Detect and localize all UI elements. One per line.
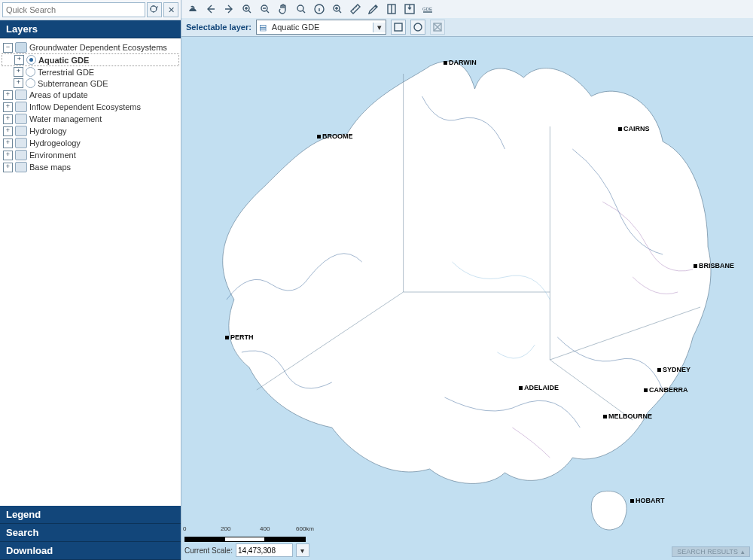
scale-bar: 0 200 400 600km	[184, 533, 305, 542]
tree-item-terrestrial-gde[interactable]: + Terrestrial GDE	[2, 66, 179, 78]
scale-tick: 400	[260, 525, 270, 532]
chevron-down-icon[interactable]: ▾	[373, 23, 386, 32]
expand-icon[interactable]: +	[14, 67, 23, 77]
svg-point-10	[414, 23, 422, 31]
city-label-perth: PERTH	[225, 333, 254, 341]
map-toolbar: GDE	[181, 0, 753, 19]
clear-selection-button[interactable]	[430, 20, 445, 35]
radio-icon[interactable]	[26, 78, 35, 88]
info-button[interactable]	[311, 1, 328, 17]
pan-button[interactable]	[275, 1, 291, 17]
tree-label: Hydrology	[29, 126, 67, 135]
expand-icon[interactable]: +	[3, 90, 13, 100]
layer-tree: − Groundwater Dependent Ecosystems + Aqu…	[0, 38, 181, 506]
city-label-hobart: HOBART	[630, 497, 665, 504]
city-label-broome: BROOME	[317, 132, 353, 140]
current-scale-input[interactable]	[236, 543, 293, 557]
next-extent-button[interactable]	[221, 1, 237, 17]
selectable-layer-bar: Selectable layer: ▤ Aquatic GDE ▾	[181, 18, 753, 37]
tree-group-water-mgmt[interactable]: + Water management	[2, 113, 179, 125]
city-label-cairns: CAIRNS	[618, 125, 650, 132]
edit-geometry-button[interactable]	[365, 1, 382, 17]
prev-extent-button[interactable]	[203, 1, 219, 17]
panel-header-download[interactable]: Download	[0, 542, 181, 560]
city-label-adelaide: ADELAIDE	[519, 384, 559, 391]
tree-label: Inflow Dependent Ecosystems	[29, 102, 141, 111]
zoom-to-scale-button[interactable]	[329, 1, 346, 17]
tree-label: Hydrogeology	[29, 138, 81, 148]
expand-icon[interactable]: +	[3, 114, 13, 124]
tree-item-aquatic-gde[interactable]: + Aquatic GDE	[2, 53, 179, 66]
selectable-layer-value: Aquatic GDE	[269, 23, 373, 32]
tree-group-base-maps[interactable]: + Base maps	[2, 161, 179, 173]
tree-label: Aquatic GDE	[38, 56, 89, 65]
save-map-button[interactable]	[401, 1, 418, 17]
selectable-layer-label: Selectable layer:	[186, 23, 252, 32]
scale-tick: 0	[183, 525, 186, 532]
tree-group-inflow[interactable]: + Inflow Dependent Ecosystems	[2, 101, 179, 113]
tree-label: Environment	[29, 151, 76, 160]
expand-icon[interactable]: +	[3, 138, 13, 148]
select-rectangle-button[interactable]	[391, 20, 406, 35]
measure-button[interactable]	[347, 1, 364, 17]
folder-icon	[15, 162, 27, 172]
expand-icon[interactable]: +	[3, 126, 13, 136]
panel-header-search[interactable]: Search	[0, 524, 181, 542]
radio-selected-icon[interactable]	[26, 55, 36, 65]
collapse-icon[interactable]: −	[3, 43, 13, 53]
folder-icon	[15, 126, 27, 136]
search-results-toggle[interactable]: SEARCH RESULTS ▴	[672, 546, 750, 557]
panel-header-layers[interactable]: Layers	[0, 20, 181, 38]
tree-label: Groundwater Dependent Ecosystems	[29, 43, 167, 52]
city-label-brisbane: BRISBANE	[694, 262, 734, 269]
identify-button[interactable]	[293, 1, 309, 17]
search-clear-button[interactable]: ✕	[163, 2, 178, 17]
selectable-layer-combo[interactable]: ▤ Aquatic GDE ▾	[256, 20, 386, 35]
map-canvas[interactable]: DARWIN BROOME CAIRNS BRISBANE PERTH ADEL…	[181, 36, 753, 560]
expand-icon[interactable]: +	[14, 55, 24, 65]
zoom-in-button[interactable]	[239, 1, 255, 17]
zoom-out-button[interactable]	[257, 1, 273, 17]
tree-group-hydrogeology[interactable]: + Hydrogeology	[2, 137, 179, 149]
gde-tool-button[interactable]: GDE	[419, 1, 436, 17]
expand-icon[interactable]: +	[14, 78, 23, 88]
tree-label: Terrestrial GDE	[38, 68, 94, 77]
layer-icon: ▤	[257, 23, 269, 32]
quick-search-row: ✕	[0, 0, 181, 20]
tree-label: Subterranean GDE	[38, 79, 108, 88]
tree-label: Base maps	[29, 163, 71, 172]
city-label-sydney: SYDNEY	[657, 366, 691, 373]
svg-point-3	[297, 5, 303, 11]
svg-rect-9	[395, 23, 402, 31]
expand-icon[interactable]: +	[3, 102, 13, 112]
folder-open-icon	[15, 42, 27, 53]
scale-tick: 600km	[296, 525, 314, 532]
radio-icon[interactable]	[26, 67, 35, 77]
search-results-label: SEARCH RESULTS	[677, 548, 738, 555]
tree-group-environment[interactable]: + Environment	[2, 149, 179, 161]
tree-label: Areas of update	[29, 90, 88, 99]
map-panel: GDE Selectable layer: ▤ Aquatic GDE ▾	[181, 0, 753, 560]
tree-group-hydrology[interactable]: + Hydrology	[2, 125, 179, 137]
tree-group-gde[interactable]: − Groundwater Dependent Ecosystems	[2, 41, 179, 53]
city-label-melbourne: MELBOURNE	[603, 412, 652, 420]
map-footer: 0 200 400 600km Current Scale: ▾	[184, 533, 750, 557]
sidebar: ✕ Layers − Groundwater Dependent Ecosyst…	[0, 0, 181, 560]
expand-icon[interactable]: +	[3, 151, 13, 160]
full-extent-button[interactable]	[184, 1, 201, 17]
australia-map-svg	[181, 36, 753, 560]
folder-icon	[15, 114, 27, 124]
tree-item-subterranean-gde[interactable]: + Subterranean GDE	[2, 78, 179, 89]
bookmark-button[interactable]	[383, 1, 400, 17]
search-submit-button[interactable]	[147, 2, 162, 17]
scale-tick: 200	[221, 525, 230, 532]
city-label-canberra: CANBERRA	[644, 386, 688, 394]
chevron-up-icon: ▴	[741, 548, 745, 555]
expand-icon[interactable]: +	[3, 163, 13, 172]
panel-header-legend[interactable]: Legend	[0, 506, 181, 524]
folder-icon	[15, 102, 27, 112]
quick-search-input[interactable]	[2, 2, 145, 17]
scale-dropdown-button[interactable]: ▾	[296, 543, 309, 557]
select-circle-button[interactable]	[410, 20, 425, 35]
tree-group-areas-update[interactable]: + Areas of update	[2, 89, 179, 101]
